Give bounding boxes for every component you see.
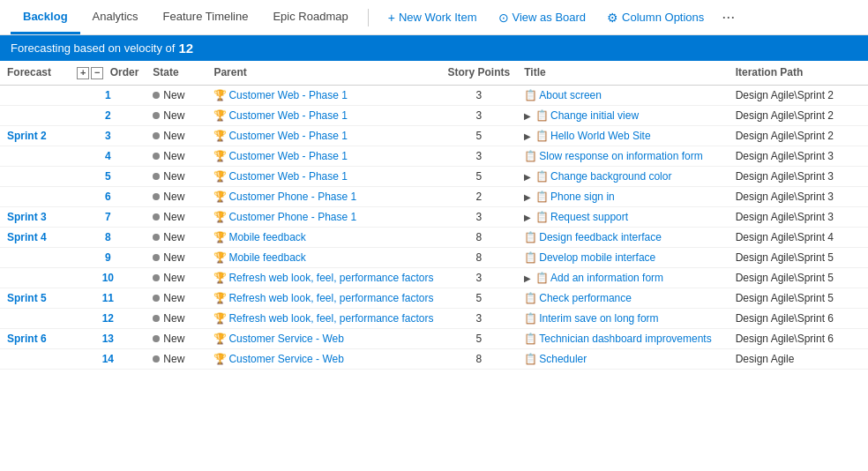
state-dot bbox=[153, 193, 160, 200]
order-link[interactable]: 10 bbox=[102, 272, 114, 284]
parent-link[interactable]: Customer Phone - Phase 1 bbox=[228, 211, 356, 223]
order-link[interactable]: 7 bbox=[105, 211, 111, 223]
order-link[interactable]: 3 bbox=[105, 130, 111, 142]
expand-all-icon[interactable]: + bbox=[77, 67, 89, 79]
book-icon: 📋 bbox=[535, 191, 549, 203]
column-options-button[interactable]: ⚙ Column Options bbox=[598, 6, 713, 29]
state-label: New bbox=[163, 150, 184, 162]
cell-forecast: Sprint 2 bbox=[0, 125, 70, 146]
state-dot bbox=[153, 213, 160, 221]
parent-link[interactable]: Refresh web look, feel, performance fact… bbox=[228, 272, 433, 284]
parent-link[interactable]: Customer Web - Phase 1 bbox=[228, 109, 348, 122]
title-link[interactable]: Interim save on long form bbox=[539, 312, 658, 325]
state-dot bbox=[153, 295, 160, 302]
order-link[interactable]: 13 bbox=[102, 333, 114, 345]
order-link[interactable]: 12 bbox=[102, 312, 114, 325]
order-link[interactable]: 4 bbox=[105, 150, 111, 162]
cell-order: 1 bbox=[70, 85, 146, 105]
title-link[interactable]: Develop mobile interface bbox=[539, 251, 655, 264]
state-label: New bbox=[163, 89, 184, 101]
cell-forecast bbox=[0, 166, 70, 186]
book-icon: 📋 bbox=[524, 333, 537, 345]
nav-actions: + New Work Item ⊙ View as Board ⚙ Column… bbox=[379, 4, 741, 30]
title-link[interactable]: Check performance bbox=[539, 292, 632, 304]
tab-epic-roadmap[interactable]: Epic Roadmap bbox=[260, 1, 360, 34]
parent-link[interactable]: Mobile feedback bbox=[228, 251, 305, 264]
cell-iteration-path: Design Agile\Sprint 5 bbox=[729, 288, 868, 308]
cell-state: New bbox=[146, 247, 206, 267]
new-work-item-button[interactable]: + New Work Item bbox=[379, 6, 486, 29]
title-link[interactable]: Add an information form bbox=[550, 272, 663, 284]
parent-link[interactable]: Customer Service - Web bbox=[228, 353, 343, 365]
cell-iteration-path: Design Agile\Sprint 2 bbox=[729, 125, 868, 146]
cell-state: New bbox=[146, 308, 206, 328]
title-link[interactable]: Technician dashboard improvements bbox=[539, 333, 711, 345]
state-dot bbox=[153, 173, 160, 180]
order-link[interactable]: 11 bbox=[102, 292, 114, 304]
parent-link[interactable]: Customer Web - Phase 1 bbox=[228, 130, 348, 142]
title-link[interactable]: Change initial view bbox=[550, 109, 639, 122]
order-link[interactable]: 14 bbox=[102, 353, 114, 365]
state-label: New bbox=[163, 191, 184, 203]
cell-order: 10 bbox=[70, 267, 146, 288]
sprint-label: Sprint 6 bbox=[7, 333, 47, 345]
parent-link[interactable]: Refresh web look, feel, performance fact… bbox=[228, 292, 433, 304]
expand-arrow-icon[interactable]: ▶ bbox=[524, 172, 534, 182]
title-link[interactable]: Hello World Web Site bbox=[550, 130, 651, 142]
title-link[interactable]: Scheduler bbox=[539, 353, 587, 365]
cell-iteration-path: Design Agile\Sprint 3 bbox=[729, 146, 868, 166]
title-link[interactable]: Request support bbox=[550, 211, 628, 223]
nav-bar: Backlog Analytics Feature Timeline Epic … bbox=[0, 0, 868, 35]
header-state: State bbox=[146, 61, 206, 85]
cell-story-points: 5 bbox=[441, 288, 518, 308]
table-row: 2New🏆Customer Web - Phase 13▶ 📋Change in… bbox=[0, 105, 868, 125]
title-link[interactable]: Change background color bbox=[550, 170, 671, 183]
cell-iteration-path: Design Agile\Sprint 6 bbox=[729, 328, 868, 348]
more-options-button[interactable]: ··· bbox=[716, 4, 740, 30]
cell-title: 📋Technician dashboard improvements bbox=[517, 328, 728, 348]
order-link[interactable]: 2 bbox=[105, 109, 111, 122]
book-icon: 📋 bbox=[524, 353, 537, 365]
order-link[interactable]: 5 bbox=[105, 170, 111, 183]
order-link[interactable]: 1 bbox=[105, 89, 111, 101]
trophy-icon: 🏆 bbox=[213, 312, 227, 325]
order-link[interactable]: 9 bbox=[105, 251, 111, 264]
expand-arrow-icon[interactable]: ▶ bbox=[524, 131, 534, 141]
trophy-icon: 🏆 bbox=[213, 130, 227, 142]
order-link[interactable]: 6 bbox=[105, 191, 111, 203]
tab-feature-timeline[interactable]: Feature Timeline bbox=[151, 1, 261, 34]
header-parent: Parent bbox=[206, 61, 440, 85]
state-label: New bbox=[163, 211, 184, 223]
order-link[interactable]: 8 bbox=[105, 231, 111, 243]
cell-state: New bbox=[146, 288, 206, 308]
parent-link[interactable]: Refresh web look, feel, performance fact… bbox=[228, 312, 433, 325]
title-link[interactable]: About screen bbox=[539, 89, 602, 101]
expand-arrow-icon[interactable]: ▶ bbox=[524, 192, 534, 202]
expand-arrow-icon[interactable]: ▶ bbox=[524, 213, 534, 222]
sprint-label: Sprint 2 bbox=[7, 130, 47, 142]
cell-parent: 🏆Customer Phone - Phase 1 bbox=[206, 186, 440, 206]
trophy-icon: 🏆 bbox=[213, 353, 227, 365]
cell-order: 9 bbox=[70, 247, 146, 267]
parent-link[interactable]: Customer Web - Phase 1 bbox=[228, 89, 348, 101]
view-as-board-button[interactable]: ⊙ View as Board bbox=[490, 6, 595, 29]
collapse-all-icon[interactable]: − bbox=[91, 67, 103, 79]
expand-arrow-icon[interactable]: ▶ bbox=[524, 111, 534, 121]
book-icon: 📋 bbox=[535, 211, 549, 223]
cell-parent: 🏆Mobile feedback bbox=[206, 227, 440, 247]
cell-forecast bbox=[0, 308, 70, 328]
expand-arrow-icon[interactable]: ▶ bbox=[524, 273, 534, 283]
table-header-row: Forecast + − Order State Parent Story Po… bbox=[0, 61, 868, 85]
parent-link[interactable]: Customer Phone - Phase 1 bbox=[228, 191, 356, 203]
cell-parent: 🏆Customer Web - Phase 1 bbox=[206, 105, 440, 125]
title-link[interactable]: Design feedback interface bbox=[539, 231, 662, 243]
parent-link[interactable]: Customer Web - Phase 1 bbox=[228, 170, 348, 183]
tab-analytics[interactable]: Analytics bbox=[80, 1, 151, 34]
parent-link[interactable]: Customer Web - Phase 1 bbox=[228, 150, 348, 162]
parent-link[interactable]: Customer Service - Web bbox=[228, 333, 343, 345]
table-body: 1New🏆Customer Web - Phase 13📋About scree… bbox=[0, 85, 868, 369]
parent-link[interactable]: Mobile feedback bbox=[228, 231, 305, 243]
title-link[interactable]: Phone sign in bbox=[550, 191, 615, 203]
title-link[interactable]: Slow response on information form bbox=[539, 150, 702, 162]
tab-backlog[interactable]: Backlog bbox=[11, 1, 80, 34]
